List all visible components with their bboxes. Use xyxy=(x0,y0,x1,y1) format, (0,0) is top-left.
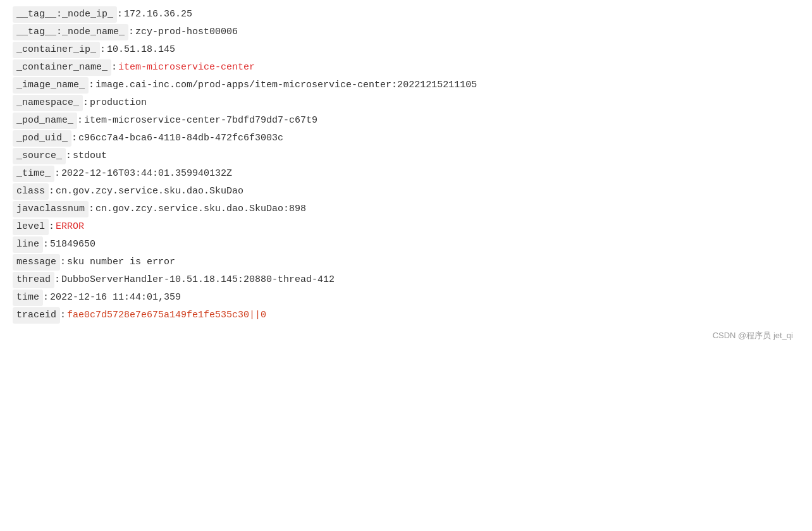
field-value: 10.51.18.145 xyxy=(107,42,175,58)
field-row: _container_name_ :item-microservice-cent… xyxy=(13,59,799,76)
field-row: _image_name_ :image.cai-inc.com/prod-app… xyxy=(13,77,799,94)
watermark: CSDN @程序员 jet_qi xyxy=(13,330,799,341)
field-row: __tag__:_node_ip_ :172.16.36.25 xyxy=(13,6,799,23)
field-value: 172.16.36.25 xyxy=(124,7,192,22)
field-value: c96cc7a4-bca6-4110-84db-472fc6f3003c xyxy=(78,131,283,146)
field-key: thread xyxy=(13,272,54,288)
field-value: production xyxy=(90,95,147,111)
field-key: __tag__:_node_name_ xyxy=(13,24,128,40)
field-key: level xyxy=(13,219,49,235)
field-key: _source_ xyxy=(13,148,66,164)
field-key: _namespace_ xyxy=(13,95,83,111)
field-value: item-microservice-center xyxy=(118,60,255,75)
field-separator: : xyxy=(111,60,117,75)
field-row: message :sku number is error xyxy=(13,254,799,271)
field-value: ERROR xyxy=(56,219,84,235)
field-row: level :ERROR xyxy=(13,219,799,235)
field-separator: : xyxy=(49,219,54,235)
field-separator: : xyxy=(60,255,66,270)
field-row: _pod_name_ :item-microservice-center-7bd… xyxy=(13,113,799,129)
field-value: DubboServerHandler-10.51.18.145:20880-th… xyxy=(61,272,335,288)
field-value: 2022-12-16T03:44:01.359940132Z xyxy=(61,166,232,181)
field-value: item-microservice-center-7bdfd79dd7-c67t… xyxy=(84,113,317,128)
field-separator: : xyxy=(54,272,60,288)
field-value: 2022-12-16 11:44:01,359 xyxy=(50,290,181,305)
field-key: _image_name_ xyxy=(13,77,89,94)
field-value: stdout xyxy=(73,149,107,164)
field-key: __tag__:_node_ip_ xyxy=(13,6,117,23)
field-key: time xyxy=(13,290,43,306)
field-row: _time_ :2022-12-16T03:44:01.359940132Z xyxy=(13,166,799,182)
field-row: thread :DubboServerHandler-10.51.18.145:… xyxy=(13,272,799,288)
field-key: line xyxy=(13,236,43,253)
field-key: javaclassnum xyxy=(13,201,89,217)
field-key: _container_ip_ xyxy=(13,42,100,58)
field-separator: : xyxy=(43,290,49,305)
field-separator: : xyxy=(54,166,60,181)
field-separator: : xyxy=(71,131,77,146)
field-value: cn.gov.zcy.service.sku.dao.SkuDao:898 xyxy=(95,202,306,217)
field-value: cn.gov.zcy.service.sku.dao.SkuDao xyxy=(56,184,243,199)
field-row: _container_ip_ :10.51.18.145 xyxy=(13,42,799,58)
field-key: _pod_name_ xyxy=(13,113,77,129)
field-separator: : xyxy=(49,184,54,199)
field-separator: : xyxy=(89,202,94,217)
field-key: class xyxy=(13,183,49,200)
field-row: __tag__:_node_name_ :zcy-prod-host00006 xyxy=(13,24,799,40)
field-separator: : xyxy=(128,25,134,40)
field-row: class :cn.gov.zcy.service.sku.dao.SkuDao xyxy=(13,183,799,200)
field-row: _source_ :stdout xyxy=(13,148,799,164)
field-value: 51849650 xyxy=(50,237,95,252)
field-separator: : xyxy=(66,149,71,164)
main-container: __tag__:_node_ip_ :172.16.36.25__tag__:_… xyxy=(0,0,812,354)
field-separator: : xyxy=(117,7,123,22)
field-row: _namespace_ :production xyxy=(13,95,799,111)
field-value: image.cai-inc.com/prod-apps/item-microse… xyxy=(95,78,477,93)
field-row: traceid :fae0c7d5728e7e675a149fe1fe535c3… xyxy=(13,307,799,324)
field-row: time :2022-12-16 11:44:01,359 xyxy=(13,290,799,306)
field-value: fae0c7d5728e7e675a149fe1fe535c30||0 xyxy=(67,308,266,323)
fields-list: __tag__:_node_ip_ :172.16.36.25__tag__:_… xyxy=(13,6,799,324)
field-separator: : xyxy=(89,78,94,93)
field-key: _container_name_ xyxy=(13,59,111,76)
field-key: _time_ xyxy=(13,166,54,182)
field-key: traceid xyxy=(13,307,60,324)
field-value: sku number is error xyxy=(67,255,175,270)
field-key: message xyxy=(13,254,60,271)
field-separator: : xyxy=(77,113,83,128)
field-row: javaclassnum :cn.gov.zcy.service.sku.dao… xyxy=(13,201,799,217)
field-separator: : xyxy=(83,95,89,111)
field-separator: : xyxy=(43,237,49,252)
field-separator: : xyxy=(100,42,106,58)
field-separator: : xyxy=(60,308,66,323)
field-row: line :51849650 xyxy=(13,236,799,253)
field-row: _pod_uid_ :c96cc7a4-bca6-4110-84db-472fc… xyxy=(13,130,799,147)
field-key: _pod_uid_ xyxy=(13,130,71,147)
field-value: zcy-prod-host00006 xyxy=(135,25,238,40)
